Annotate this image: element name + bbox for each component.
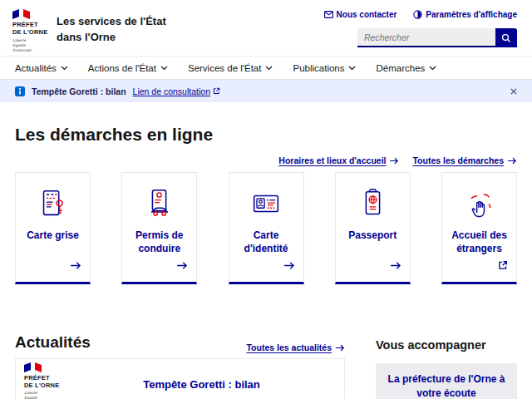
nav-item-label: Services de l'État — [188, 63, 262, 73]
logo-ministry-line2: DE L'ORNE — [12, 28, 56, 36]
nav-item-actions-etat[interactable]: Actions de l'État — [88, 63, 168, 73]
search-input[interactable] — [357, 28, 495, 47]
contact-link[interactable]: Nous contacter — [324, 10, 397, 19]
news-card[interactable]: PRÉFET DE L'ORNE Liberté Égalité Fratern… — [15, 358, 345, 399]
bottom-section: Actualités Toutes les actualités PRÉFET … — [15, 332, 517, 399]
nav-item-services-etat[interactable]: Services de l'État — [188, 63, 273, 73]
chevron-down-icon — [61, 66, 68, 71]
chevron-down-icon — [429, 66, 436, 71]
nav-item-publications[interactable]: Publications — [293, 63, 356, 73]
toutes-demarches-label: Toutes les démarches — [412, 155, 504, 165]
motto-line3: Fraternité — [12, 48, 56, 53]
accompagner-section: Vous accompagner La préfecture de l'Orne… — [376, 332, 517, 399]
search-bar — [357, 28, 517, 47]
site-title[interactable]: Les services de l'État dans l'Orne — [57, 14, 166, 46]
arrow-right-icon — [389, 157, 399, 165]
card-carte-grise[interactable]: Carte grise — [15, 172, 91, 284]
mail-icon — [324, 11, 333, 18]
nav-item-label: Démarches — [376, 63, 425, 73]
news-card-logo: PRÉFET DE L'ORNE Liberté Égalité Fratern… — [24, 362, 67, 399]
nav-item-actualites[interactable]: Actualités — [15, 63, 68, 73]
card-title: Passeport — [343, 229, 401, 243]
logo-ministry-line1: PRÉFET — [24, 374, 67, 382]
search-icon — [501, 33, 511, 43]
arrow-right-icon — [70, 259, 81, 273]
toutes-actualites-label: Toutes les actualités — [246, 342, 332, 352]
external-link-icon — [498, 259, 508, 273]
prefecture-ecoute-title: La préfecture de l'Orne à votre écoute — [387, 372, 505, 399]
card-title: Accueil des étrangers — [442, 229, 516, 255]
chevron-down-icon — [160, 66, 168, 71]
id-card-icon — [249, 185, 283, 223]
header: PRÉFET DE L'ORNE Liberté Égalité Fratern… — [0, 0, 532, 57]
close-icon — [510, 88, 517, 95]
arrow-right-icon — [335, 344, 345, 352]
nav-item-label: Publications — [293, 63, 344, 73]
gov-logo[interactable]: PRÉFET DE L'ORNE Liberté Égalité Fratern… — [12, 9, 56, 53]
horaires-accueil-label: Horaires et lieux d'accueil — [278, 155, 386, 165]
actualites-heading: Actualités — [15, 332, 91, 352]
actualites-section: Actualités Toutes les actualités PRÉFET … — [15, 332, 345, 399]
external-link-icon — [213, 87, 220, 95]
accompagner-heading: Vous accompagner — [376, 337, 517, 352]
demarches-cards: Carte grise Permis de conduire — [15, 172, 517, 284]
toutes-demarches-link[interactable]: Toutes les démarches — [412, 155, 517, 165]
card-accueil-etrangers[interactable]: Accueil des étrangers — [441, 172, 517, 284]
site-title-line2: dans l'Orne — [57, 30, 166, 46]
motto-line2: Égalité — [24, 396, 67, 399]
card-passeport[interactable]: Passeport — [335, 172, 411, 284]
nav-item-label: Actualités — [15, 63, 57, 73]
search-button[interactable] — [495, 28, 517, 47]
nav-item-label: Actions de l'État — [88, 63, 156, 73]
arrow-right-icon — [283, 259, 295, 273]
alert-consultation-link[interactable]: Lien de consultation — [133, 86, 220, 96]
logo-motto: Liberté Égalité Fraternité — [12, 38, 56, 53]
nav-item-demarches[interactable]: Démarches — [376, 63, 436, 73]
contact-link-label: Nous contacter — [337, 10, 397, 19]
chevron-down-icon — [348, 66, 356, 71]
arrow-right-icon — [176, 259, 188, 273]
demarches-links: Horaires et lieux d'accueil Toutes les d… — [278, 155, 517, 165]
logo-ministry-line2: DE L'ORNE — [24, 382, 67, 389]
driving-licence-icon — [142, 185, 177, 223]
logo-ministry-line1: PRÉFET — [12, 21, 56, 28]
card-carte-identite[interactable]: Carte d'identité — [229, 172, 304, 284]
card-title: Carte d'identité — [229, 229, 303, 255]
alert-banner: Tempête Goretti : bilan Lien de consulta… — [0, 80, 532, 102]
card-permis-conduire[interactable]: Permis de conduire — [121, 172, 197, 284]
display-settings-icon — [413, 10, 422, 19]
welcome-hands-icon — [462, 185, 497, 223]
alert-link-label: Lien de consultation — [133, 86, 210, 96]
alert-title: Tempête Goretti : bilan — [32, 86, 126, 96]
card-title: Permis de conduire — [122, 229, 196, 255]
vehicle-registration-icon — [36, 185, 71, 223]
french-flag-icon — [12, 9, 30, 19]
alert-close-button[interactable] — [510, 88, 517, 95]
toutes-actualites-link[interactable]: Toutes les actualités — [246, 342, 345, 352]
main-nav: Actualités Actions de l'État Services de… — [0, 57, 532, 79]
info-icon — [15, 86, 25, 96]
page: PRÉFET DE L'ORNE Liberté Égalité Fratern… — [0, 0, 532, 399]
horaires-accueil-link[interactable]: Horaires et lieux d'accueil — [278, 155, 399, 165]
chevron-down-icon — [265, 66, 273, 71]
card-title: Carte grise — [22, 229, 84, 243]
passport-icon — [355, 185, 390, 223]
logo-motto: Liberté Égalité Fraternité — [24, 391, 67, 399]
prefecture-ecoute-card[interactable]: La préfecture de l'Orne à votre écoute — [376, 363, 517, 399]
header-quick-links: Nous contacter Paramètres d'affichage — [324, 10, 517, 19]
arrow-right-icon — [507, 157, 517, 165]
french-flag-icon — [24, 362, 42, 372]
news-card-title: Tempête Goretti : bilan — [67, 378, 336, 391]
arrow-right-icon — [390, 259, 401, 273]
display-settings-label: Paramètres d'affichage — [426, 10, 517, 19]
page-title: Les démarches en ligne — [15, 125, 213, 145]
site-title-line1: Les services de l'État — [57, 14, 166, 30]
display-settings-link[interactable]: Paramètres d'affichage — [413, 10, 517, 19]
